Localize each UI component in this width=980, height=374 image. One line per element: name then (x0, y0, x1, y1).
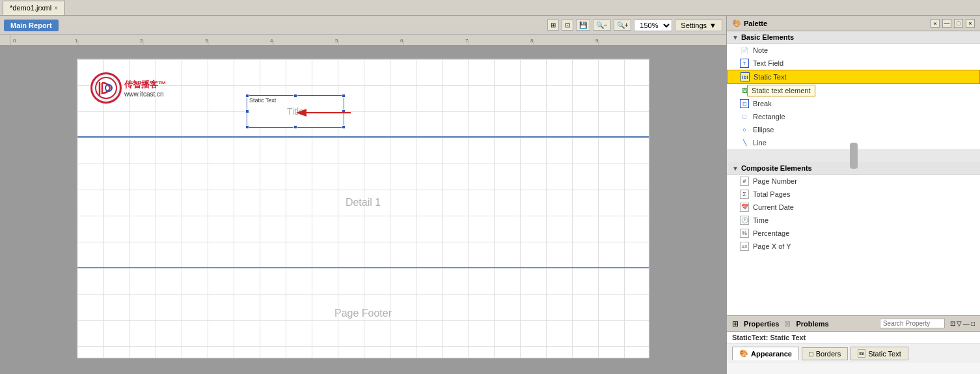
scrollbar-area (727, 149, 980, 162)
handle-tl[interactable] (245, 94, 249, 98)
handle-tr[interactable] (342, 94, 346, 98)
palette-item-rectangle[interactable]: □ Rectangle (727, 110, 980, 123)
palette-close-btn[interactable]: × (966, 19, 975, 28)
rectangle-label: Rectangle (753, 113, 785, 121)
palette-item-current-date[interactable]: 📅 Current Date (727, 201, 980, 214)
toolbar-save-btn[interactable]: 💾 (576, 20, 590, 31)
static-text-prop-tab[interactable]: lbl Static Text (851, 347, 908, 360)
palette-item-percentage[interactable]: % Percentage (727, 227, 980, 240)
palette-item-image[interactable]: 🖼 Image (727, 84, 980, 97)
properties-max-btn[interactable]: □ (971, 320, 975, 327)
static-text-prop-tab-label: Static Text (868, 350, 901, 358)
handle-mr[interactable] (342, 109, 346, 113)
total-pages-icon: Σ (740, 190, 749, 199)
logo-svg (94, 76, 118, 100)
svg-text:5: 5 (335, 38, 338, 44)
settings-dropdown-icon: ▼ (709, 22, 716, 29)
properties-tab[interactable]: Properties (744, 320, 779, 328)
palette-item-time[interactable]: 🕐 Time (727, 214, 980, 227)
toolbar-zoom-out-btn[interactable]: 🔍− (593, 20, 611, 31)
handle-bl[interactable] (245, 125, 249, 129)
page-number-icon: # (740, 177, 749, 186)
ellipse-label: Ellipse (753, 126, 774, 134)
appearance-tabs: 🎨 Appearance □ Borders lbl Static Text (727, 344, 980, 363)
properties-new-window-btn[interactable]: ⊡ (950, 320, 955, 327)
canvas-container[interactable]: 传智播客™ www.itcast.cn Static Text Title (0, 46, 726, 374)
problems-tab[interactable]: Problems (796, 320, 828, 328)
toolbar-zoom-in-btn[interactable]: 🔍+ (614, 20, 632, 31)
static-text-prop-icon: lbl (858, 349, 865, 358)
main-report-tab[interactable]: Main Report (4, 20, 59, 31)
handle-ml[interactable] (245, 109, 249, 113)
band-footer: Page Footer (77, 268, 649, 359)
report-canvas: 传智播客™ www.itcast.cn Static Text Title (77, 59, 649, 358)
handle-bm[interactable] (293, 125, 297, 129)
tab-label: *demo1.jrxml (10, 4, 51, 12)
logo-text-cn: 传智播客™ (124, 79, 167, 91)
scrollbar-thumb[interactable] (850, 143, 858, 169)
composite-elements-label: Composite Elements (741, 164, 812, 172)
rectangle-icon: □ (740, 112, 749, 121)
properties-title-bar: StaticText: Static Text (727, 332, 980, 344)
palette-title: 🎨 Palette (732, 19, 767, 27)
composite-elements-expand-icon: ▼ (732, 165, 739, 172)
palette-max-btn[interactable]: □ (954, 19, 963, 28)
svg-text:0: 0 (13, 38, 16, 44)
static-text-element[interactable]: Static Text Title (247, 95, 344, 128)
palette-min-btn[interactable]: — (942, 19, 951, 28)
svg-text:4: 4 (270, 38, 273, 44)
palette-collapse-btn[interactable]: « (931, 19, 940, 28)
static-text-title-placeholder: Title (247, 105, 344, 117)
static-text-palette-label: Static Text (754, 73, 787, 81)
palette-item-total-pages[interactable]: Σ Total Pages (727, 188, 980, 201)
current-date-label: Current Date (753, 203, 794, 211)
properties-min2-btn[interactable]: — (963, 320, 970, 327)
palette-item-ellipse[interactable]: ○ Ellipse (727, 123, 980, 136)
main-layout: Main Report ⊞ ⊡ 💾 🔍− 🔍+ 150% Settings ▼ … (0, 16, 980, 374)
basic-elements-section-header[interactable]: ▼ Basic Elements (727, 31, 980, 44)
total-pages-label: Total Pages (753, 190, 790, 198)
palette-title-label: Palette (744, 20, 767, 27)
detail-band-label: Detail 1 (346, 197, 381, 209)
properties-sep: ⊠ (784, 319, 791, 328)
properties-min-btn[interactable]: ▽ (957, 320, 962, 327)
percentage-label: Percentage (753, 229, 789, 237)
appearance-tab-label: Appearance (751, 350, 792, 358)
properties-header: ⊞ Properties ⊠ Problems ⊡ ▽ — □ (727, 316, 980, 332)
palette-item-break[interactable]: ⊡ Break (727, 97, 980, 110)
current-date-icon: 📅 (740, 203, 749, 212)
properties-icon: ⊞ (732, 319, 739, 328)
palette-header: 🎨 Palette « — □ × (727, 16, 980, 31)
svg-text:9: 9 (595, 38, 599, 44)
svg-text:3: 3 (205, 38, 208, 44)
logo-url: www.itcast.cn (124, 91, 167, 98)
handle-tm[interactable] (293, 94, 297, 98)
toolbar-btn-2[interactable]: ⊡ (562, 20, 573, 31)
ruler-svg: 0 1 2 3 4 5 6 7 8 9 (0, 35, 726, 46)
page-number-label: Page Number (753, 177, 797, 185)
appearance-icon: 🎨 (739, 349, 748, 358)
palette-content: ▼ Basic Elements 📄 Note T Text Field lbl… (727, 31, 980, 315)
palette-item-text-field[interactable]: T Text Field (727, 57, 980, 70)
image-icon: 🖼 (740, 86, 749, 95)
borders-tab[interactable]: □ Borders (802, 347, 848, 360)
toolbar-btn-1[interactable]: ⊞ (547, 20, 559, 31)
palette-item-page-x-of-y[interactable]: ## Page X of Y (727, 240, 980, 253)
zoom-select[interactable]: 150% (634, 20, 672, 31)
basic-elements-expand-icon: ▼ (732, 34, 739, 41)
file-tab[interactable]: *demo1.jrxml × (3, 1, 65, 15)
text-field-label: Text Field (753, 59, 783, 67)
palette-icon: 🎨 (732, 19, 741, 27)
palette-item-note[interactable]: 📄 Note (727, 44, 980, 57)
note-icon: 📄 (740, 46, 749, 55)
palette-item-static-text[interactable]: lbl Static Text Static text element (727, 70, 980, 84)
tab-bar: *demo1.jrxml × (0, 0, 980, 16)
appearance-tab[interactable]: 🎨 Appearance (732, 347, 799, 360)
tab-close-btn[interactable]: × (54, 5, 58, 12)
settings-label: Settings (681, 22, 707, 29)
settings-btn[interactable]: Settings ▼ (675, 20, 722, 31)
time-icon: 🕐 (740, 216, 749, 225)
handle-br[interactable] (342, 125, 346, 129)
properties-search-input[interactable] (880, 319, 945, 328)
palette-item-page-number[interactable]: # Page Number (727, 175, 980, 188)
